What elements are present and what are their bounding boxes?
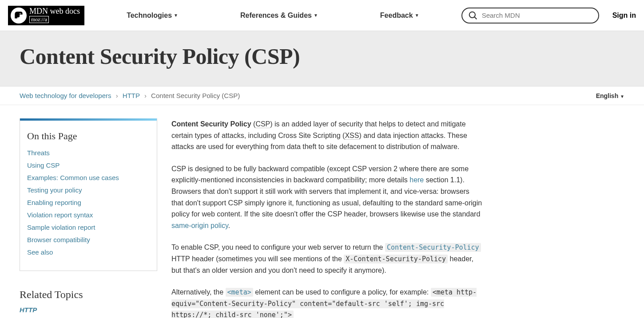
paragraph: Content Security Policy (CSP) is an adde… (171, 118, 482, 153)
toc-link[interactable]: Using CSP (27, 161, 60, 169)
toc-list: Threats Using CSP Examples: Common use c… (27, 149, 150, 256)
related-topic-link[interactable]: HTTP (20, 306, 157, 314)
signin-link[interactable]: Sign in (612, 12, 636, 20)
nav-feedback[interactable]: Feedback▼ (380, 12, 419, 20)
toc-link[interactable]: Violation report syntax (27, 211, 93, 219)
abbr-csp: CSP (255, 120, 270, 128)
abbr-xss: XSS (345, 132, 359, 140)
breadcrumb-current: Content Security Policy (CSP) (151, 92, 240, 99)
breadcrumb-link[interactable]: HTTP (123, 92, 140, 99)
main-nav: Technologies▼ References & Guides▼ Feedb… (84, 12, 461, 20)
toc: On this Page Threats Using CSP Examples:… (20, 118, 157, 271)
toc-link[interactable]: Browser compatibility (27, 236, 90, 243)
nav-technologies[interactable]: Technologies▼ (127, 12, 178, 20)
toc-link[interactable]: Threats (27, 149, 50, 157)
paragraph: CSP is designed to be fully backward com… (171, 163, 482, 232)
breadcrumb-row: Web technology for developers › HTTP › C… (0, 86, 644, 105)
nav-references[interactable]: References & Guides▼ (240, 12, 318, 20)
search-icon (469, 11, 477, 20)
search-box[interactable] (461, 8, 599, 24)
related-heading: Related Topics (20, 289, 157, 301)
code-meta: <meta> (226, 288, 253, 297)
code-x-csp-header: X-Content-Security-Policy (344, 255, 448, 263)
search-input[interactable] (482, 12, 592, 19)
toc-link[interactable]: Testing your policy (27, 186, 82, 194)
chevron-down-icon: ▼ (174, 13, 178, 18)
sidebar: On this Page Threats Using CSP Examples:… (20, 118, 157, 318)
chevron-down-icon: ▼ (314, 13, 318, 18)
link-here[interactable]: here (409, 176, 424, 184)
logo[interactable]: MDN web docs moz://a (8, 6, 84, 25)
article: Content Security Policy (CSP) is an adde… (171, 118, 482, 318)
breadcrumb-link[interactable]: Web technology for developers (20, 92, 111, 99)
title-bar: Content Security Policy (CSP) (0, 31, 644, 86)
toc-link[interactable]: Enabling reporting (27, 199, 81, 206)
chevron-down-icon: ▼ (620, 94, 624, 99)
content: On this Page Threats Using CSP Examples:… (0, 105, 644, 318)
language-selector[interactable]: English ▼ (596, 92, 624, 99)
link-same-origin[interactable]: same-origin policy (171, 222, 228, 229)
logo-text-mozilla: moz://a (29, 16, 49, 23)
toc-link[interactable]: See also (27, 248, 53, 256)
toc-link[interactable]: Examples: Common use cases (27, 174, 119, 181)
chevron-down-icon: ▼ (415, 13, 419, 18)
dino-icon (11, 8, 27, 24)
page-title: Content Security Policy (CSP) (20, 43, 624, 69)
header: MDN web docs moz://a Technologies▼ Refer… (0, 0, 644, 31)
code-csp-header: Content-Security-Policy (385, 243, 481, 252)
breadcrumb: Web technology for developers › HTTP › C… (20, 92, 240, 99)
paragraph: To enable CSP, you need to configure you… (171, 242, 482, 276)
toc-heading: On this Page (27, 130, 150, 142)
logo-text-mdn: MDN web docs (28, 7, 82, 16)
paragraph: Alternatively, the <meta> element can be… (171, 287, 482, 318)
toc-link[interactable]: Sample violation report (27, 224, 95, 231)
